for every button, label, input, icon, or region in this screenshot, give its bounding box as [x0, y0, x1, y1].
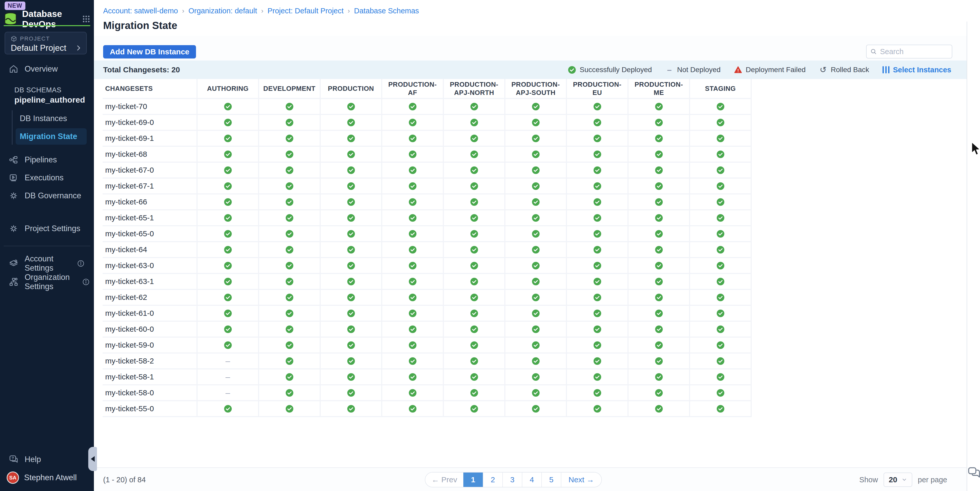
success-check-icon — [655, 119, 663, 127]
sidebar-item-migration-state[interactable]: Migration State — [16, 128, 87, 145]
changeset-name: my-ticket-69-0 — [103, 115, 197, 131]
success-check-icon — [286, 262, 293, 270]
status-cell — [505, 163, 567, 178]
status-cell — [444, 210, 505, 226]
status-cell — [505, 274, 567, 290]
table-row: my-ticket-65-0 — [103, 226, 752, 242]
user-menu[interactable]: SA Stephen Atwell — [0, 468, 94, 488]
select-instances-button[interactable]: Select Instances — [883, 66, 951, 74]
changeset-name: my-ticket-67-1 — [103, 178, 197, 194]
status-cell — [690, 290, 752, 306]
table-row: my-ticket-59-0 — [103, 338, 752, 353]
success-check-icon — [286, 246, 293, 254]
success-check-icon — [655, 150, 663, 158]
per-page-label: per page — [918, 476, 947, 484]
table-row: my-ticket-68 — [103, 147, 752, 163]
status-cell — [382, 306, 444, 322]
page-button-2[interactable]: 2 — [483, 472, 502, 487]
project-selector[interactable]: PROJECT Default Project — [5, 32, 87, 54]
columns-icon — [883, 66, 889, 73]
success-check-icon — [347, 230, 355, 238]
info-icon[interactable] — [77, 260, 85, 267]
status-cell — [382, 258, 444, 274]
pagination: ← Prev 12345 Next → — [425, 472, 602, 488]
column-header: PRODUCTION-ME — [628, 79, 690, 99]
success-check-icon — [347, 262, 355, 270]
changeset-name: my-ticket-68 — [103, 147, 197, 163]
status-cell — [259, 274, 321, 290]
sidebar-item-label: Project Settings — [25, 224, 80, 233]
page-size-select[interactable]: 20 — [883, 472, 912, 487]
sidebar-item-help[interactable]: ? Help — [0, 451, 94, 468]
success-check-icon — [347, 357, 355, 365]
success-check-icon — [286, 294, 293, 302]
success-check-icon — [409, 119, 417, 127]
status-cell — [690, 274, 752, 290]
success-check-icon — [655, 373, 663, 381]
sidebar-item-overview[interactable]: Overview — [0, 60, 94, 78]
sidebar-item-label: Account Settings — [25, 254, 65, 273]
page-button-1[interactable]: 1 — [463, 472, 483, 487]
status-cell: – — [197, 369, 259, 385]
status-cell — [505, 306, 567, 322]
column-header: PRODUCTION-APJ-SOUTH — [505, 79, 567, 99]
search-input[interactable] — [880, 48, 948, 56]
sidebar-item-project-settings[interactable]: Project Settings — [0, 220, 94, 237]
success-check-icon — [532, 294, 540, 302]
info-icon[interactable] — [82, 278, 90, 286]
breadcrumb-link[interactable]: Organization: default — [188, 7, 257, 15]
sidebar-item-db-schemas[interactable]: DB SCHEMAS pipeline_authored — [0, 83, 94, 108]
prev-page-button[interactable]: ← Prev — [425, 472, 463, 487]
table-row: my-ticket-69-1 — [103, 131, 752, 147]
breadcrumb-separator: › — [348, 7, 350, 15]
breadcrumb: Account: satwell-demo›Organization: defa… — [103, 7, 967, 15]
page-button-4[interactable]: 4 — [522, 472, 541, 487]
success-check-icon — [593, 341, 601, 349]
success-check-icon — [716, 389, 724, 397]
status-cell — [444, 115, 505, 131]
success-check-icon — [716, 294, 724, 302]
success-check-icon — [409, 198, 417, 206]
chat-support-widget-icon[interactable] — [967, 466, 980, 480]
status-cell — [197, 226, 259, 242]
changeset-name: my-ticket-58-0 — [103, 385, 197, 401]
status-cell — [567, 115, 628, 131]
page-button-5[interactable]: 5 — [541, 472, 561, 487]
add-db-instance-button[interactable]: Add New DB Instance — [103, 45, 196, 59]
app-grid-icon[interactable] — [82, 15, 90, 23]
success-check-icon — [224, 150, 232, 158]
success-check-icon — [532, 389, 540, 397]
page-button-3[interactable]: 3 — [502, 472, 522, 487]
status-cell — [382, 385, 444, 401]
sidebar-item-db-instances[interactable]: DB Instances — [13, 110, 94, 127]
results-range: (1 - 20) of 84 — [103, 476, 146, 484]
sidebar-item-organization-settings[interactable]: Organization Settings — [0, 273, 94, 291]
breadcrumb-link[interactable]: Account: satwell-demo — [103, 7, 178, 15]
status-cell — [444, 258, 505, 274]
status-cell — [628, 353, 690, 369]
search-box[interactable] — [866, 44, 952, 59]
search-icon — [870, 48, 877, 56]
breadcrumb-link[interactable]: Project: Default Project — [267, 7, 344, 15]
sidebar-item-pipelines[interactable]: Pipelines — [0, 151, 94, 168]
success-check-icon — [716, 166, 724, 174]
select-instances-label: Select Instances — [893, 66, 951, 74]
status-cell — [567, 194, 628, 210]
success-check-icon — [224, 214, 232, 222]
status-cell — [690, 163, 752, 178]
success-check-icon — [286, 230, 293, 238]
sidebar-item-db-governance[interactable]: DB Governance — [0, 187, 94, 204]
success-check-icon — [347, 389, 355, 397]
sidebar-collapse-handle[interactable] — [88, 447, 97, 471]
success-check-icon — [470, 150, 478, 158]
status-cell — [444, 385, 505, 401]
breadcrumb-link[interactable]: Database Schemas — [354, 7, 419, 15]
success-check-icon — [593, 198, 601, 206]
sidebar-item-label: Organization Settings — [25, 273, 70, 291]
status-cell — [505, 353, 567, 369]
sidebar-item-account-settings[interactable]: Account Settings — [0, 255, 94, 272]
next-page-button[interactable]: Next → — [561, 472, 601, 487]
sidebar-item-executions[interactable]: Executions — [0, 169, 94, 186]
status-cell — [444, 194, 505, 210]
success-check-icon — [716, 341, 724, 349]
